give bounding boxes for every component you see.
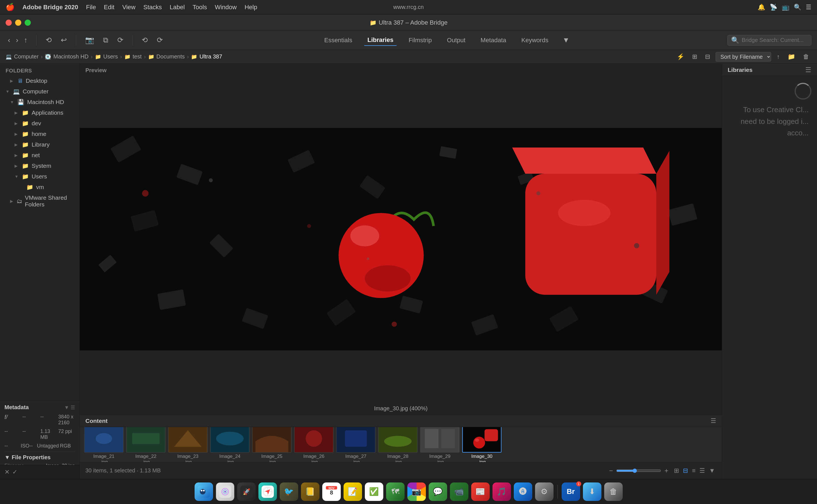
tab-metadata[interactable]: Metadata: [477, 35, 509, 46]
zoom-in-btn[interactable]: +: [665, 467, 668, 475]
thumbnail-item-30[interactable]: Image_30.jpg: [462, 427, 501, 462]
dock-messages[interactable]: 💬: [429, 482, 447, 501]
dock-photos[interactable]: 📷: [407, 482, 426, 501]
search-box[interactable]: 🔍: [727, 35, 811, 46]
dock-siri[interactable]: [216, 482, 234, 501]
history-btn[interactable]: ⟲: [43, 35, 54, 46]
airdrop-icon[interactable]: 📡: [770, 4, 777, 11]
sidebar-item-vm[interactable]: ▶ 📁 vm: [0, 182, 79, 192]
grid-small-btn[interactable]: ⊟: [682, 466, 689, 475]
thumbnail-item-29[interactable]: Image_29.jpg: [420, 427, 459, 462]
label-menu[interactable]: Label: [170, 4, 185, 11]
redo-btn[interactable]: ⟳: [154, 35, 165, 46]
dock-music[interactable]: 🎵: [492, 482, 511, 501]
filter-icon[interactable]: ⚡: [675, 52, 687, 62]
metadata-close-btn[interactable]: ✕: [4, 468, 10, 476]
edit-menu[interactable]: Edit: [104, 4, 114, 11]
dock-finder[interactable]: [194, 482, 213, 501]
sidebar-item-applications[interactable]: ▶ 📁 Applications: [0, 107, 79, 118]
maximize-button[interactable]: [25, 20, 31, 26]
thumbnail-item-23[interactable]: Image_23.jpg: [168, 427, 208, 462]
tab-libraries[interactable]: Libraries: [364, 35, 397, 46]
breadcrumb-users[interactable]: 📁 Users: [95, 53, 118, 60]
sidebar-item-system[interactable]: ▶ 📁 System: [0, 161, 79, 171]
thumbnail-item-25[interactable]: Image_25.jpg: [252, 427, 292, 462]
dock-reminders[interactable]: ✅: [365, 482, 383, 501]
dock-news[interactable]: 📰: [471, 482, 490, 501]
sync-btn[interactable]: ⟳: [115, 35, 126, 46]
breadcrumb-test[interactable]: 📁 test: [124, 53, 142, 60]
copy-btn[interactable]: ⧉: [101, 35, 111, 46]
search-icon[interactable]: 🔍: [794, 4, 801, 11]
view-options-btn[interactable]: ⊞: [690, 52, 700, 62]
sidebar-item-vmware[interactable]: ▶ 🗂 VMware Shared Folders: [0, 192, 79, 210]
menu-icon[interactable]: ☰: [806, 4, 811, 11]
file-menu[interactable]: File: [86, 4, 96, 11]
more-btn[interactable]: ▼: [708, 466, 716, 475]
content-menu-icon[interactable]: ☰: [711, 417, 716, 425]
forward-btn[interactable]: ›: [14, 35, 21, 46]
sidebar-item-users[interactable]: ▼ 📁 Users: [0, 171, 79, 182]
sidebar-item-desktop[interactable]: ▶ 🖥 Desktop: [0, 76, 79, 86]
stacks-menu[interactable]: Stacks: [143, 4, 162, 11]
sidebar-item-net[interactable]: ▶ 📁 net: [0, 150, 79, 161]
back-history-btn[interactable]: ↩: [58, 35, 69, 46]
thumbnail-item-26[interactable]: Image_26.jpg: [294, 427, 334, 462]
dock-bridge[interactable]: Br 1: [562, 482, 580, 501]
dock-maps[interactable]: 🗺: [386, 482, 405, 501]
filter-btn[interactable]: ⊟: [703, 52, 712, 62]
sidebar-item-macintosh-hd[interactable]: ▼ 💾 Macintosh HD: [0, 97, 79, 107]
tab-essentials[interactable]: Essentials: [321, 35, 356, 46]
dock-trash[interactable]: 🗑: [604, 482, 623, 501]
sort-dropdown[interactable]: Sort by Filename: [716, 52, 771, 62]
search-input[interactable]: [742, 37, 803, 43]
up-btn[interactable]: ↑: [22, 35, 30, 46]
app-name[interactable]: Adobe Bridge 2020: [22, 4, 78, 11]
notification-icon[interactable]: 🔔: [758, 4, 765, 11]
breadcrumb-documents[interactable]: 📁 Documents: [148, 53, 185, 60]
tools-menu[interactable]: Tools: [192, 4, 207, 11]
close-button[interactable]: [6, 20, 12, 26]
tab-filmstrip[interactable]: Filmstrip: [405, 35, 435, 46]
thumbnail-item-27[interactable]: Image_27.jpg: [336, 427, 375, 462]
camera-btn[interactable]: 📷: [83, 35, 96, 46]
grid-large-btn[interactable]: ⊞: [673, 466, 680, 475]
sidebar-item-computer[interactable]: ▼ 💻 Computer: [0, 86, 79, 97]
sidebar-item-dev[interactable]: ▶ 📁 dev: [0, 118, 79, 129]
dock-notes[interactable]: 📝: [344, 482, 362, 501]
dock-appstore[interactable]: 🅐: [514, 482, 532, 501]
thumbnail-item-28[interactable]: Image_28.jpg: [378, 427, 417, 462]
more-tabs-btn[interactable]: ▼: [560, 35, 572, 46]
list-btn[interactable]: ≡: [691, 466, 697, 475]
thumbnail-item-21[interactable]: Image_21.jpg: [84, 427, 123, 462]
dock-downloads[interactable]: ⬇: [583, 482, 601, 501]
dock-notefile[interactable]: 📒: [301, 482, 320, 501]
metadata-collapse-btn[interactable]: ▼ ☰: [64, 404, 75, 411]
metadata-confirm-btn[interactable]: ✓: [12, 468, 17, 476]
undo-btn[interactable]: ⟲: [139, 35, 150, 46]
view-menu[interactable]: View: [122, 4, 135, 11]
back-btn[interactable]: ‹: [6, 35, 13, 46]
dock-safari[interactable]: [259, 482, 277, 501]
zoom-out-btn[interactable]: −: [609, 467, 613, 475]
panel-menu-icon[interactable]: ☰: [805, 66, 811, 74]
trash-btn[interactable]: 🗑: [801, 52, 811, 62]
sidebar-item-home[interactable]: ▶ 📁 home: [0, 129, 79, 139]
zoom-slider[interactable]: [616, 468, 661, 473]
sort-direction-btn[interactable]: ↑: [774, 52, 782, 62]
breadcrumb-computer[interactable]: 💻 Computer: [6, 53, 39, 60]
dock-twitter[interactable]: 🐦: [280, 482, 298, 501]
minimize-button[interactable]: [15, 20, 21, 26]
tab-output[interactable]: Output: [443, 35, 469, 46]
apple-menu[interactable]: 🍎: [6, 3, 15, 11]
dock-facetime[interactable]: 📹: [450, 482, 468, 501]
dock-calendar[interactable]: NOV 8: [322, 482, 341, 501]
dock-rocket-typist[interactable]: 🚀: [237, 482, 256, 501]
tab-keywords[interactable]: Keywords: [518, 35, 552, 46]
breadcrumb-macintosh[interactable]: 💽 Macintosh HD: [45, 53, 88, 60]
window-menu[interactable]: Window: [215, 4, 237, 11]
new-folder-btn[interactable]: 📁: [785, 52, 797, 62]
fp-header[interactable]: ▼ File Properties: [4, 454, 75, 461]
airplay-icon[interactable]: 📺: [782, 4, 789, 11]
breadcrumb-ultra387[interactable]: 📁 Ultra 387: [191, 53, 222, 60]
